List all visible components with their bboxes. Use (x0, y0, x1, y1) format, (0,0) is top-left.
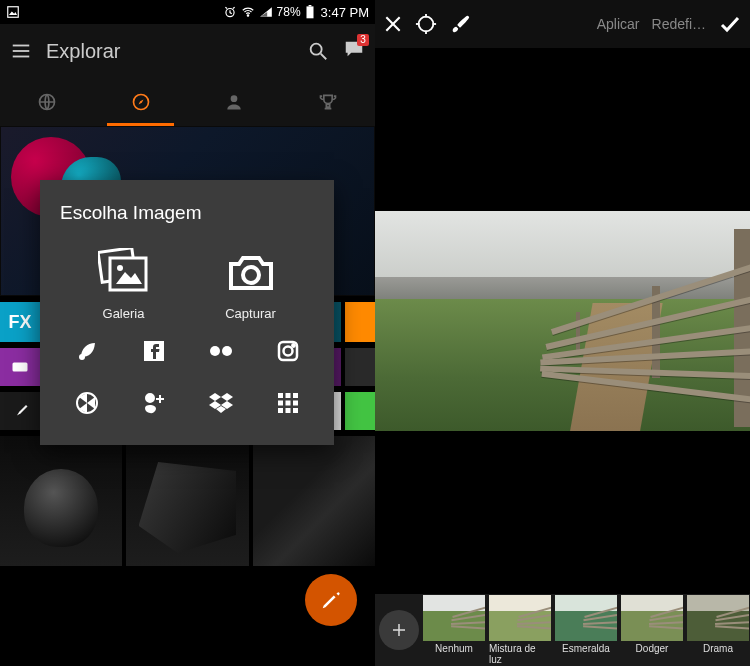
tab-trophy[interactable] (281, 78, 375, 126)
svg-marker-34 (221, 393, 233, 401)
svg-rect-43 (293, 401, 298, 406)
feed-thumb[interactable] (126, 436, 248, 566)
screen-editor: Aplicar Redefi… (375, 0, 750, 666)
picasa-icon (75, 391, 99, 415)
dialog-title: Escolha Imagem (60, 202, 314, 224)
svg-rect-19 (110, 258, 146, 290)
person-icon (224, 92, 244, 112)
editor-canvas[interactable] (375, 48, 750, 594)
svg-marker-33 (209, 393, 221, 401)
svg-rect-6 (306, 6, 313, 18)
brush-icon[interactable] (449, 13, 471, 35)
facebook-icon (142, 339, 166, 363)
svg-rect-39 (285, 393, 290, 398)
search-icon[interactable] (307, 40, 329, 62)
source-picsart[interactable] (75, 339, 99, 367)
reset-button[interactable]: Redefi… (652, 16, 706, 32)
fx-chip[interactable]: FX (0, 302, 40, 342)
trophy-icon (318, 92, 338, 112)
svg-rect-7 (308, 5, 311, 6)
picture-indicator-icon (6, 5, 20, 19)
svg-point-29 (292, 344, 294, 346)
svg-rect-17 (13, 363, 28, 372)
menu-icon[interactable] (10, 40, 32, 62)
svg-point-28 (283, 347, 292, 356)
source-dropbox[interactable] (208, 391, 234, 419)
source-gallery[interactable]: Galeria (98, 248, 150, 321)
top-tabs (0, 78, 375, 126)
tab-people[interactable] (188, 78, 282, 126)
svg-point-49 (419, 17, 434, 32)
svg-rect-42 (285, 401, 290, 406)
tab-global[interactable] (0, 78, 94, 126)
source-instagram[interactable] (276, 339, 300, 367)
svg-rect-44 (278, 408, 283, 413)
dropbox-icon (208, 391, 234, 415)
filter-label: Drama (703, 643, 733, 654)
confirm-icon[interactable] (718, 12, 742, 36)
choose-image-dialog: Escolha Imagem Galeria C (40, 180, 334, 445)
wifi-icon (241, 5, 255, 19)
capture-label: Capturar (225, 306, 276, 321)
tab-explore[interactable] (94, 78, 188, 126)
compass-icon (131, 92, 151, 112)
screen-explore: 78% 3:47 PM Explorar 3 (0, 0, 375, 666)
source-facebook[interactable] (142, 339, 166, 367)
filter-label: Nenhum (435, 643, 473, 654)
page-title: Explorar (46, 40, 120, 63)
feed-thumb[interactable] (0, 436, 122, 566)
svg-rect-38 (278, 393, 283, 398)
status-bar: 78% 3:47 PM (0, 0, 375, 24)
flickr-icon (208, 339, 234, 363)
editor-toolbar: Aplicar Redefi… (375, 0, 750, 48)
svg-line-12 (321, 54, 327, 60)
filter-strip: NenhumMistura de luzEsmeraldaDodgerDrama (375, 594, 750, 666)
leaf-icon (75, 339, 99, 363)
feed-thumb[interactable] (253, 436, 375, 566)
svg-point-11 (311, 44, 322, 55)
battery-pct: 78% (277, 5, 301, 19)
svg-point-25 (210, 346, 220, 356)
target-icon[interactable] (415, 13, 437, 35)
edited-photo (375, 211, 750, 431)
svg-point-21 (117, 265, 123, 271)
grid-icon (276, 391, 300, 415)
source-capture[interactable]: Capturar (225, 248, 277, 321)
add-filter-button[interactable] (379, 610, 419, 650)
svg-point-16 (231, 95, 238, 102)
apply-button[interactable]: Aplicar (597, 16, 640, 32)
filter-chip[interactable] (0, 348, 40, 386)
brush-chip[interactable] (0, 392, 40, 430)
svg-rect-45 (285, 408, 290, 413)
google-icon (142, 391, 166, 415)
source-more[interactable] (276, 391, 300, 419)
filter-dodger[interactable]: Dodger (621, 595, 683, 665)
svg-point-26 (222, 346, 232, 356)
svg-rect-0 (8, 7, 19, 18)
edit-fab[interactable] (305, 574, 357, 626)
filter-esmeralda[interactable]: Esmeralda (555, 595, 617, 665)
close-icon[interactable] (383, 14, 403, 34)
filter-label: Dodger (636, 643, 669, 654)
globe-icon (37, 92, 57, 112)
svg-point-3 (247, 15, 248, 16)
svg-rect-41 (278, 401, 283, 406)
filter-nenhum[interactable]: Nenhum (423, 595, 485, 665)
filter-drama[interactable]: Drama (687, 595, 749, 665)
instagram-icon (276, 339, 300, 363)
svg-point-23 (79, 354, 85, 360)
alarm-icon (223, 5, 237, 19)
pencil-icon (320, 589, 342, 611)
messages-button[interactable]: 3 (343, 38, 365, 64)
svg-marker-15 (138, 100, 143, 105)
gallery-icon (98, 248, 150, 296)
signal-icon (259, 5, 273, 19)
svg-marker-1 (9, 11, 17, 15)
svg-rect-32 (156, 398, 164, 400)
source-flickr[interactable] (208, 339, 234, 367)
source-picasa[interactable] (75, 391, 99, 419)
camera-icon (225, 248, 277, 296)
source-google[interactable] (142, 391, 166, 419)
battery-icon (305, 5, 315, 19)
filter-mistura-de-luz[interactable]: Mistura de luz (489, 595, 551, 665)
